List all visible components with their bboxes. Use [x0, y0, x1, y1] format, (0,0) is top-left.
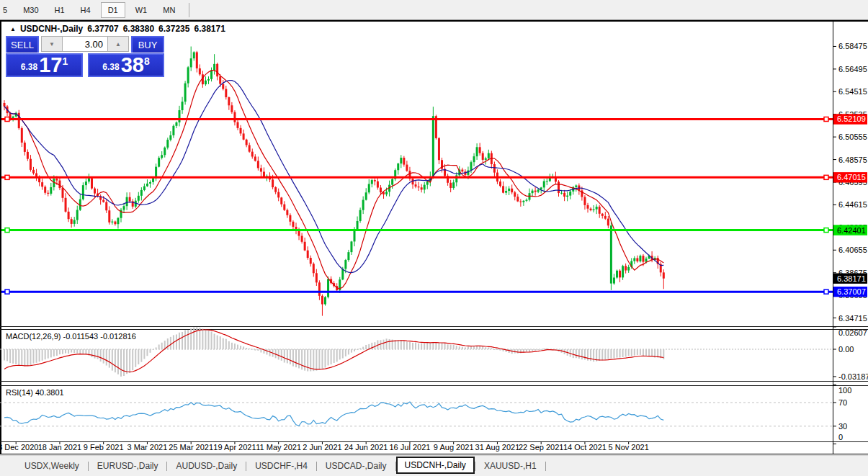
tab-separator: [545, 462, 546, 471]
chart-background: [0, 22, 868, 454]
macd-axis-tick: -0.03187: [838, 372, 868, 381]
time-axis-label: 2 Jun 2021: [303, 443, 341, 452]
chart-tab-usdcnh-daily[interactable]: USDCNH-,Daily: [396, 457, 475, 474]
price-axis-tick: 6.50555: [838, 133, 867, 141]
mt4-terminal-window: 5M30H1H4D1W1MN 6.521096.470156.424016.37…: [0, 0, 868, 476]
volume-increase-button[interactable]: ▲: [107, 36, 129, 52]
time-axis-label: 9 Feb 2021: [84, 443, 124, 452]
price-axis-tick: 6.58475: [838, 42, 867, 50]
pane-separator: [0, 385, 868, 386]
price-axis-tick: 6.56495: [838, 65, 867, 73]
rsi-axis-tick: 70: [838, 398, 847, 407]
sell-button[interactable]: SELL: [6, 36, 39, 53]
buy-price-prefix: 6.38: [102, 62, 119, 72]
pane-separator: [0, 381, 868, 382]
volume-input[interactable]: [63, 36, 107, 52]
chart-tab-audusd-daily[interactable]: AUDUSD-,Daily: [167, 458, 246, 474]
window-left-border: [0, 22, 1, 454]
chart-symbol-info: ▲ USDCNH-,Daily 6.37707 6.38380 6.37235 …: [10, 24, 225, 34]
timeframe-button-w1[interactable]: W1: [130, 2, 153, 18]
collapse-trade-panel-icon[interactable]: ▲: [10, 26, 16, 32]
chart-tab-usdchf-h4[interactable]: USDCHF-,H4: [246, 458, 316, 474]
pane-separator: [0, 441, 868, 442]
rsi-axis-tick: 100: [838, 386, 851, 395]
chart-tab-bar: USDX,WeeklyEURUSD-,DailyAUDUSD-,DailyUSD…: [0, 455, 868, 476]
sell-price-main: 17: [39, 55, 62, 74]
toolbar-separator: [189, 3, 189, 17]
time-axis-label: 16 Jul 2021: [390, 443, 431, 452]
rsi-axis-tick: 30: [838, 422, 847, 431]
hline-handle[interactable]: [824, 117, 828, 121]
time-axis-label: 31 Aug 2021: [475, 443, 520, 452]
volume-decrease-button[interactable]: ▼: [41, 36, 63, 52]
price-axis-tick: 6.48575: [838, 156, 867, 164]
time-axis-label: 18 Jan 2021: [38, 443, 82, 452]
time-axis-label: 22 Sep 2021: [519, 443, 563, 452]
buy-price-main: 38: [121, 55, 144, 74]
timeframe-button-m30[interactable]: M30: [17, 2, 44, 18]
chart-symbol-label: USDCNH-,Daily: [20, 24, 83, 34]
window-top-border: [0, 20, 868, 22]
sell-price-sup: 1: [62, 55, 68, 67]
time-axis-label: 19 Apr 2021: [213, 443, 256, 452]
ohlc-high: 6.38380: [123, 24, 154, 34]
sell-price-prefix: 6.38: [21, 62, 37, 72]
rsi-axis-tick: 0: [838, 433, 843, 441]
hline-handle[interactable]: [824, 228, 828, 233]
time-axis-label: 3 Mar 2021: [127, 443, 168, 452]
macd-indicator-label: MACD(12,26,9) -0.011543 -0.012816: [6, 332, 136, 341]
chart-tab-usdcad-daily[interactable]: USDCAD-,Daily: [317, 458, 395, 474]
time-axis-label: 25 Mar 2021: [169, 443, 213, 452]
time-axis-label: 14 Oct 2021: [563, 443, 607, 452]
buy-price-sup: 8: [144, 55, 150, 67]
price-axis-tick: 6.44615: [838, 200, 867, 209]
time-axis-label: 23 Dec 2020: [0, 443, 38, 452]
hline-handle[interactable]: [5, 228, 9, 233]
svg-text:6.52109: 6.52109: [837, 114, 866, 123]
time-axis-label: 11 May 2021: [256, 443, 301, 452]
chart-tab-xauusd-h1[interactable]: XAUUSD-,H1: [475, 458, 545, 474]
hline-handle[interactable]: [5, 117, 9, 121]
hline-handle[interactable]: [824, 175, 828, 179]
ohlc-open: 6.37707: [87, 24, 118, 34]
svg-text:6.37007: 6.37007: [837, 287, 866, 296]
svg-text:6.47015: 6.47015: [837, 173, 866, 181]
ohlc-low: 6.37235: [158, 24, 189, 34]
macd-axis-tick: 0.02607: [838, 328, 867, 337]
hline-handle[interactable]: [824, 289, 828, 294]
window-bottom-border: [0, 454, 868, 454]
chart-tab-usdx-weekly[interactable]: USDX,Weekly: [16, 458, 88, 474]
price-axis-tick: 6.34715: [838, 314, 867, 323]
price-axis-line: [833, 22, 833, 454]
one-click-trading-panel: SELL ▼ ▲ BUY 6.38 17 1 6.38 38 8: [6, 36, 164, 77]
price-axis-tick: 6.54515: [838, 87, 867, 96]
time-axis-label: 24 Jun 2021: [344, 443, 388, 452]
volume-stepper: ▼ ▲: [41, 36, 129, 52]
chart-tab-eurusd-daily[interactable]: EURUSD-,Daily: [89, 458, 167, 474]
hline-handle[interactable]: [5, 175, 9, 179]
buy-button[interactable]: BUY: [131, 36, 164, 53]
hline-handle[interactable]: [5, 289, 9, 294]
time-axis-label: 5 Nov 2021: [609, 443, 649, 452]
buy-price-button[interactable]: 6.38 38 8: [88, 53, 164, 77]
timeframe-button-mn[interactable]: MN: [157, 2, 181, 18]
pane-separator: [0, 326, 868, 327]
sell-price-button[interactable]: 6.38 17 1: [6, 53, 83, 77]
timeframe-toolbar: 5M30H1H4D1W1MN: [0, 0, 868, 20]
rsi-indicator-label: RSI(14) 40.3801: [6, 388, 64, 397]
svg-text:6.42401: 6.42401: [837, 226, 866, 235]
timeframe-button-h4[interactable]: H4: [75, 2, 97, 18]
price-axis-tick: 6.40655: [838, 246, 867, 254]
timeframe-button-h1[interactable]: H1: [49, 2, 71, 18]
macd-axis-tick: 0.00: [838, 345, 854, 354]
pane-separator: [0, 329, 868, 330]
ohlc-close: 6.38171: [194, 24, 225, 34]
time-axis-label: 9 Aug 2021: [434, 443, 474, 452]
timeframe-button-d1[interactable]: D1: [101, 2, 125, 18]
timeframe-button-5[interactable]: 5: [0, 2, 13, 18]
svg-text:6.38171: 6.38171: [837, 274, 866, 283]
